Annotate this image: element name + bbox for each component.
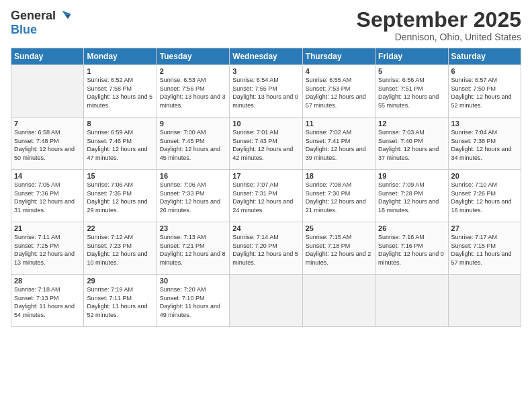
day-info: Sunrise: 7:05 AM Sunset: 7:36 PM Dayligh… xyxy=(14,181,81,214)
day-cell xyxy=(302,275,375,327)
header-row: SundayMondayTuesdayWednesdayThursdayFrid… xyxy=(11,48,521,65)
week-row-4: 28 Sunrise: 7:18 AM Sunset: 7:13 PM Dayl… xyxy=(11,275,521,327)
day-cell: 4 Sunrise: 6:55 AM Sunset: 7:53 PM Dayli… xyxy=(302,65,375,118)
week-row-3: 21 Sunrise: 7:11 AM Sunset: 7:25 PM Dayl… xyxy=(11,222,521,275)
day-cell: 17 Sunrise: 7:07 AM Sunset: 7:31 PM Dayl… xyxy=(230,170,302,222)
day-number: 26 xyxy=(378,224,445,232)
day-number: 22 xyxy=(87,224,153,232)
day-number: 17 xyxy=(232,172,299,180)
day-cell: 6 Sunrise: 6:57 AM Sunset: 7:50 PM Dayli… xyxy=(448,65,521,118)
day-cell: 26 Sunrise: 7:16 AM Sunset: 7:16 PM Dayl… xyxy=(375,222,448,275)
calendar-page: General Blue September 2025 Dennison, Oh… xyxy=(0,0,532,411)
day-info: Sunrise: 7:02 AM Sunset: 7:41 PM Dayligh… xyxy=(306,128,372,162)
day-number: 14 xyxy=(14,172,81,180)
day-number: 20 xyxy=(451,172,518,180)
day-number: 10 xyxy=(232,120,299,128)
day-number: 18 xyxy=(306,172,372,180)
day-number: 9 xyxy=(160,120,226,128)
day-info: Sunrise: 7:13 AM Sunset: 7:21 PM Dayligh… xyxy=(160,233,226,267)
day-cell: 16 Sunrise: 7:06 AM Sunset: 7:33 PM Dayl… xyxy=(157,170,229,222)
day-cell: 23 Sunrise: 7:13 AM Sunset: 7:21 PM Dayl… xyxy=(157,222,229,275)
day-cell: 22 Sunrise: 7:12 AM Sunset: 7:23 PM Dayl… xyxy=(84,222,157,275)
day-cell xyxy=(448,275,521,327)
day-info: Sunrise: 7:16 AM Sunset: 7:16 PM Dayligh… xyxy=(378,233,445,267)
week-row-0: 1 Sunrise: 6:52 AM Sunset: 7:58 PM Dayli… xyxy=(11,65,521,118)
day-cell: 29 Sunrise: 7:19 AM Sunset: 7:11 PM Dayl… xyxy=(84,275,157,327)
day-cell: 2 Sunrise: 6:53 AM Sunset: 7:56 PM Dayli… xyxy=(157,65,229,118)
header-cell-wednesday: Wednesday xyxy=(230,48,302,65)
day-cell: 8 Sunrise: 6:59 AM Sunset: 7:46 PM Dayli… xyxy=(84,118,157,170)
day-info: Sunrise: 7:03 AM Sunset: 7:40 PM Dayligh… xyxy=(378,128,445,162)
day-cell: 12 Sunrise: 7:03 AM Sunset: 7:40 PM Dayl… xyxy=(375,118,448,170)
day-cell: 7 Sunrise: 6:58 AM Sunset: 7:48 PM Dayli… xyxy=(11,118,84,170)
header-cell-thursday: Thursday xyxy=(302,48,375,65)
day-number: 11 xyxy=(306,120,372,128)
day-number: 27 xyxy=(451,224,518,232)
day-info: Sunrise: 6:57 AM Sunset: 7:50 PM Dayligh… xyxy=(451,76,518,109)
day-cell: 18 Sunrise: 7:08 AM Sunset: 7:30 PM Dayl… xyxy=(302,170,375,222)
day-cell: 25 Sunrise: 7:15 AM Sunset: 7:18 PM Dayl… xyxy=(302,222,375,275)
day-number: 15 xyxy=(87,172,153,180)
day-info: Sunrise: 7:18 AM Sunset: 7:13 PM Dayligh… xyxy=(14,285,81,319)
day-info: Sunrise: 7:01 AM Sunset: 7:43 PM Dayligh… xyxy=(232,128,299,162)
day-cell: 21 Sunrise: 7:11 AM Sunset: 7:25 PM Dayl… xyxy=(11,222,84,275)
day-info: Sunrise: 7:07 AM Sunset: 7:31 PM Dayligh… xyxy=(232,181,299,214)
day-number: 3 xyxy=(232,67,299,75)
day-cell: 1 Sunrise: 6:52 AM Sunset: 7:58 PM Dayli… xyxy=(84,65,157,118)
header-cell-saturday: Saturday xyxy=(448,48,521,65)
day-number: 1 xyxy=(87,67,153,75)
day-cell: 19 Sunrise: 7:09 AM Sunset: 7:28 PM Dayl… xyxy=(375,170,448,222)
day-cell: 28 Sunrise: 7:18 AM Sunset: 7:13 PM Dayl… xyxy=(11,275,84,327)
day-number: 13 xyxy=(451,120,518,128)
day-number: 8 xyxy=(87,120,153,128)
day-cell: 11 Sunrise: 7:02 AM Sunset: 7:41 PM Dayl… xyxy=(302,118,375,170)
day-number: 19 xyxy=(378,172,445,180)
day-info: Sunrise: 7:14 AM Sunset: 7:20 PM Dayligh… xyxy=(232,233,299,267)
day-number: 28 xyxy=(14,277,81,285)
logo: General Blue xyxy=(11,8,72,37)
logo-blue: Blue xyxy=(11,23,37,36)
header-cell-sunday: Sunday xyxy=(11,48,84,65)
day-info: Sunrise: 6:59 AM Sunset: 7:46 PM Dayligh… xyxy=(87,128,153,162)
day-info: Sunrise: 7:19 AM Sunset: 7:11 PM Dayligh… xyxy=(87,285,153,319)
day-cell xyxy=(230,275,302,327)
day-cell: 24 Sunrise: 7:14 AM Sunset: 7:20 PM Dayl… xyxy=(230,222,302,275)
day-cell: 5 Sunrise: 6:56 AM Sunset: 7:51 PM Dayli… xyxy=(375,65,448,118)
day-info: Sunrise: 7:11 AM Sunset: 7:25 PM Dayligh… xyxy=(14,233,81,267)
day-info: Sunrise: 6:54 AM Sunset: 7:55 PM Dayligh… xyxy=(232,76,299,109)
calendar-title: September 2025 xyxy=(357,8,521,32)
day-info: Sunrise: 6:55 AM Sunset: 7:53 PM Dayligh… xyxy=(306,76,372,109)
week-row-1: 7 Sunrise: 6:58 AM Sunset: 7:48 PM Dayli… xyxy=(11,118,521,170)
day-number: 30 xyxy=(160,277,226,285)
day-info: Sunrise: 7:09 AM Sunset: 7:28 PM Dayligh… xyxy=(378,181,445,214)
day-info: Sunrise: 6:53 AM Sunset: 7:56 PM Dayligh… xyxy=(160,76,226,109)
day-number: 4 xyxy=(306,67,372,75)
title-section: September 2025 Dennison, Ohio, United St… xyxy=(357,8,521,42)
day-info: Sunrise: 6:58 AM Sunset: 7:48 PM Dayligh… xyxy=(14,128,81,162)
header-cell-tuesday: Tuesday xyxy=(157,48,229,65)
day-info: Sunrise: 7:20 AM Sunset: 7:10 PM Dayligh… xyxy=(160,285,226,319)
day-number: 21 xyxy=(14,224,81,232)
day-cell: 30 Sunrise: 7:20 AM Sunset: 7:10 PM Dayl… xyxy=(157,275,229,327)
day-number: 5 xyxy=(378,67,445,75)
day-info: Sunrise: 7:15 AM Sunset: 7:18 PM Dayligh… xyxy=(306,233,372,267)
day-cell: 3 Sunrise: 6:54 AM Sunset: 7:55 PM Dayli… xyxy=(230,65,302,118)
header: General Blue September 2025 Dennison, Oh… xyxy=(11,8,521,42)
day-info: Sunrise: 7:00 AM Sunset: 7:45 PM Dayligh… xyxy=(160,128,226,162)
calendar-subtitle: Dennison, Ohio, United States xyxy=(357,32,521,42)
day-info: Sunrise: 7:06 AM Sunset: 7:33 PM Dayligh… xyxy=(160,181,226,214)
day-number: 25 xyxy=(306,224,372,232)
day-info: Sunrise: 7:06 AM Sunset: 7:35 PM Dayligh… xyxy=(87,181,153,214)
logo-bird-icon xyxy=(57,8,72,23)
calendar-table: SundayMondayTuesdayWednesdayThursdayFrid… xyxy=(11,48,521,327)
day-cell: 20 Sunrise: 7:10 AM Sunset: 7:26 PM Dayl… xyxy=(448,170,521,222)
day-info: Sunrise: 7:17 AM Sunset: 7:15 PM Dayligh… xyxy=(451,233,518,267)
day-info: Sunrise: 6:52 AM Sunset: 7:58 PM Dayligh… xyxy=(87,76,153,109)
day-number: 16 xyxy=(160,172,226,180)
logo-general: General xyxy=(11,9,56,23)
day-number: 24 xyxy=(232,224,299,232)
day-cell xyxy=(375,275,448,327)
day-number: 2 xyxy=(160,67,226,75)
week-row-2: 14 Sunrise: 7:05 AM Sunset: 7:36 PM Dayl… xyxy=(11,170,521,222)
day-info: Sunrise: 7:12 AM Sunset: 7:23 PM Dayligh… xyxy=(87,233,153,267)
